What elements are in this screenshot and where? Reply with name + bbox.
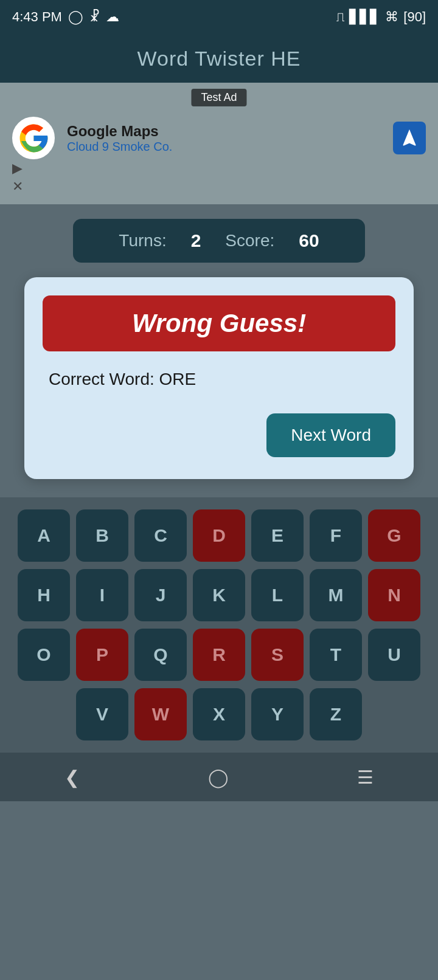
turns-value: 2 — [191, 230, 201, 251]
key-m[interactable]: M — [310, 569, 362, 621]
ad-label: Test Ad — [191, 89, 246, 106]
key-x[interactable]: X — [193, 688, 245, 740]
ad-text-block: Google Maps Cloud 9 Smoke Co. — [67, 123, 381, 154]
key-w[interactable]: W — [134, 688, 187, 740]
nav-bar: ❮ ◯ ☰ — [0, 753, 438, 801]
key-c[interactable]: C — [134, 509, 187, 562]
status-right: ⎍ ▋▋▋ ⌘ [90] — [336, 9, 426, 25]
status-bar: 4:43 PM ◯ ☧ ☁ ⎍ ▋▋▋ ⌘ [90] — [0, 0, 438, 34]
key-o[interactable]: O — [18, 629, 70, 681]
key-s[interactable]: S — [251, 629, 304, 681]
key-u[interactable]: U — [368, 629, 420, 681]
key-h[interactable]: H — [18, 569, 70, 621]
whatsapp-icon: ◯ — [68, 9, 83, 25]
turns-label: Turns: — [119, 231, 166, 250]
keyboard-row: ABCDEFG — [9, 509, 429, 562]
key-i[interactable]: I — [76, 569, 128, 621]
ad-play-icon[interactable]: ▶ — [12, 160, 23, 176]
score-bar: Turns: 2 Score: 60 — [73, 219, 365, 263]
key-a[interactable]: A — [18, 509, 70, 562]
key-n[interactable]: N — [368, 569, 420, 621]
title-bar: Word Twister HE — [0, 34, 438, 83]
key-t[interactable]: T — [310, 629, 362, 681]
status-left: 4:43 PM ◯ ☧ ☁ — [12, 9, 119, 25]
ad-directions-icon[interactable] — [393, 122, 426, 154]
menu-icon[interactable]: ☰ — [357, 767, 374, 788]
vibrate-icon: ⎍ — [336, 9, 344, 25]
battery-icon: [90] — [403, 9, 426, 25]
home-icon[interactable]: ◯ — [208, 767, 229, 788]
key-f[interactable]: F — [310, 509, 362, 562]
app-title: Word Twister HE — [137, 47, 301, 71]
key-q[interactable]: Q — [134, 629, 187, 681]
back-icon[interactable]: ❮ — [64, 767, 80, 788]
key-d[interactable]: D — [193, 509, 245, 562]
key-v[interactable]: V — [76, 688, 128, 740]
status-time: 4:43 PM — [12, 9, 62, 25]
result-modal: Wrong Guess! Correct Word: ORE Next Word — [24, 277, 414, 479]
cloud-icon: ☁ — [106, 9, 119, 25]
ad-banner: Test Ad Google Maps Cloud 9 Smoke Co. ▶ … — [0, 83, 438, 204]
next-word-button[interactable]: Next Word — [266, 413, 395, 457]
ad-controls: ▶ ✕ — [12, 160, 23, 195]
score-value: 60 — [299, 230, 319, 251]
keyboard: ABCDEFGHIJKLMNOPQRSTUVWXYZ — [0, 497, 438, 753]
key-z[interactable]: Z — [310, 688, 362, 740]
ad-close-icon[interactable]: ✕ — [12, 179, 23, 195]
key-r[interactable]: R — [193, 629, 245, 681]
ad-subtitle: Cloud 9 Smoke Co. — [67, 140, 381, 154]
key-b[interactable]: B — [76, 509, 128, 562]
usb-icon: ☧ — [89, 9, 100, 25]
ad-title: Google Maps — [67, 123, 381, 140]
key-y[interactable]: Y — [251, 688, 304, 740]
signal-icon: ▋▋▋ — [349, 9, 380, 25]
ad-logo — [12, 117, 55, 159]
wifi-icon: ⌘ — [385, 9, 398, 25]
wrong-guess-label: Wrong Guess! — [132, 309, 306, 337]
score-label: Score: — [225, 231, 274, 250]
keyboard-row: OPQRSTU — [9, 629, 429, 681]
key-k[interactable]: K — [193, 569, 245, 621]
key-l[interactable]: L — [251, 569, 304, 621]
key-j[interactable]: J — [134, 569, 187, 621]
keyboard-row: HIJKLMN — [9, 569, 429, 621]
modal-actions: Next Word — [43, 413, 395, 457]
key-p[interactable]: P — [76, 629, 128, 681]
key-e[interactable]: E — [251, 509, 304, 562]
correct-word-text: Correct Word: ORE — [43, 370, 395, 389]
wrong-guess-banner: Wrong Guess! — [43, 295, 395, 351]
key-g[interactable]: G — [368, 509, 420, 562]
keyboard-row: VWXYZ — [9, 688, 429, 740]
ad-content[interactable]: Google Maps Cloud 9 Smoke Co. — [12, 117, 426, 159]
